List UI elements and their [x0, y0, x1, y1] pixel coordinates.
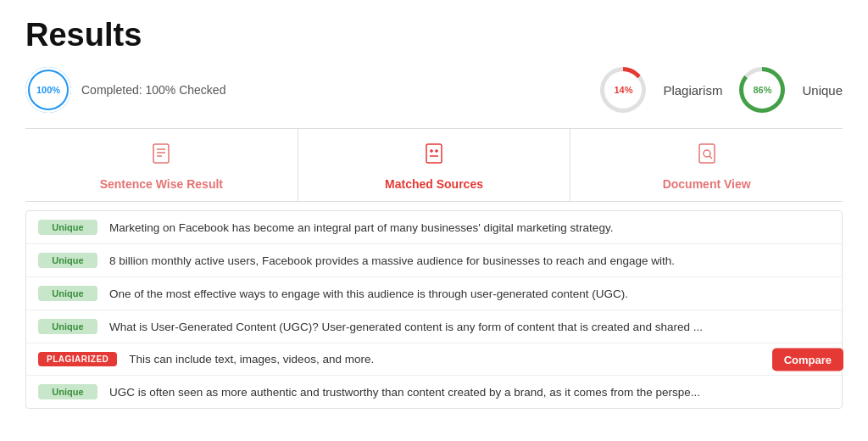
result-text: UGC is often seen as more authentic and …	[109, 386, 830, 399]
completed-percent: 100%	[30, 71, 67, 109]
result-row: UniqueWhat is User-Generated Content (UG…	[26, 310, 842, 343]
completed-circle: 100%	[25, 67, 71, 113]
unique-label: Unique	[802, 83, 843, 98]
page-container: Results 100% Completed: 100% Checked 14%…	[0, 0, 868, 426]
result-text: One of the most effective ways to engage…	[109, 287, 830, 300]
stats-bar: 100% Completed: 100% Checked 14% Plagiar…	[25, 67, 843, 113]
tab-matched[interactable]: Matched Sources	[298, 129, 571, 201]
stat-right: 14% Plagiarism 86% Unique	[600, 67, 843, 113]
plagiarism-label: Plagiarism	[663, 83, 722, 98]
stat-left: 100% Completed: 100% Checked	[25, 67, 225, 113]
result-badge: Unique	[38, 319, 97, 334]
compare-button[interactable]: Compare	[772, 348, 843, 371]
result-row: UniqueUGC is often seen as more authenti…	[26, 376, 842, 408]
svg-line-12	[709, 156, 712, 159]
result-badge: Unique	[38, 253, 97, 268]
results-list: UniqueMarketing on Facebook has become a…	[26, 211, 842, 408]
tab-matched-label: Matched Sources	[385, 177, 483, 191]
result-text: Marketing on Facebook has become an inte…	[109, 221, 830, 234]
result-badge: Unique	[38, 220, 97, 235]
unique-circle: 86%	[739, 67, 785, 113]
sentence-icon	[148, 141, 174, 172]
page-title: Results	[25, 17, 843, 53]
result-text: 8 billion monthly active users, Facebook…	[109, 254, 830, 267]
results-container: UniqueMarketing on Facebook has become a…	[25, 210, 843, 409]
tabs-bar: Sentence Wise Result Matched Sources	[25, 129, 843, 202]
unique-percent: 86%	[743, 71, 781, 109]
result-row: PLAGIARIZEDThis can include text, images…	[26, 343, 842, 376]
result-text: This can include text, images, videos, a…	[129, 353, 830, 366]
result-badge: Unique	[38, 384, 97, 399]
tab-sentence-label: Sentence Wise Result	[100, 177, 223, 191]
completed-label: Completed: 100% Checked	[81, 83, 225, 97]
tab-sentence[interactable]: Sentence Wise Result	[25, 129, 298, 201]
result-badge: Unique	[38, 286, 97, 301]
svg-rect-10	[699, 144, 715, 163]
tab-document[interactable]: Document View	[570, 129, 843, 201]
result-row: Unique8 billion monthly active users, Fa…	[26, 244, 842, 277]
svg-rect-0	[153, 144, 169, 163]
matched-icon	[421, 141, 447, 172]
svg-point-11	[704, 150, 710, 157]
result-row: UniqueOne of the most effective ways to …	[26, 277, 842, 310]
tab-document-label: Document View	[663, 177, 751, 191]
result-row: UniqueMarketing on Facebook has become a…	[26, 211, 842, 244]
document-icon	[694, 141, 720, 172]
plagiarism-circle: 14%	[600, 67, 646, 113]
plagiarism-percent: 14%	[604, 71, 642, 109]
svg-rect-4	[426, 144, 442, 163]
result-badge: PLAGIARIZED	[38, 352, 117, 366]
result-text: What is User-Generated Content (UGC)? Us…	[109, 321, 830, 333]
